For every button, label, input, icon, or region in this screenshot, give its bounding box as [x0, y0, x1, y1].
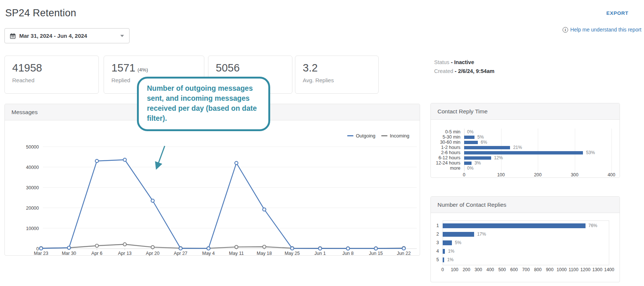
svg-text:Apr 20: Apr 20 — [146, 251, 160, 256]
help-link-label: Help me understand this report — [570, 27, 641, 33]
svg-text:May 18: May 18 — [257, 251, 272, 256]
axis-tick-label: 300 — [474, 267, 482, 272]
svg-text:Jun 22: Jun 22 — [397, 251, 411, 256]
axis-tick-label: 1300 — [592, 267, 602, 272]
created-line: Created - 2/6/24, 9:54am — [434, 67, 494, 76]
axis-tick-label: 1200 — [580, 267, 590, 272]
svg-text:Apr 13: Apr 13 — [118, 251, 132, 256]
stat-value: 41958 — [12, 62, 42, 74]
bar-value-label: 76% — [588, 222, 597, 230]
bar-value-label: 3% — [474, 160, 481, 166]
num-replies-panel-header: Number of Contact Replies — [431, 197, 620, 213]
axis-tick-label: 1100 — [568, 267, 578, 272]
bar[interactable] — [443, 223, 586, 228]
bar[interactable] — [464, 136, 474, 139]
svg-text:Jun 8: Jun 8 — [342, 251, 354, 256]
bar[interactable] — [464, 151, 583, 154]
bar-row: 12-24 hours3% — [431, 160, 620, 166]
bar-row: 5-30 min5% — [431, 134, 620, 140]
number-of-contact-replies-panel: Number of Contact Replies 176%217%35%41%… — [430, 196, 620, 282]
svg-text:Apr 6: Apr 6 — [91, 251, 103, 256]
bar-category-label: 30-60 min — [431, 140, 460, 145]
annotation-callout: Number of outgoing messages sent, and in… — [137, 77, 270, 131]
messages-plot-area: 01000020000300004000050000Mar 23Mar 30Ap… — [5, 120, 420, 256]
svg-text:May 4: May 4 — [202, 251, 215, 256]
svg-text:Mar 30: Mar 30 — [62, 251, 76, 256]
bar-category-label: more — [431, 166, 460, 171]
svg-text:30000: 30000 — [26, 185, 39, 190]
bar[interactable] — [443, 257, 444, 262]
messages-line-chart: 01000020000300004000050000Mar 23Mar 30Ap… — [5, 120, 420, 256]
svg-text:May 25: May 25 — [285, 251, 300, 256]
bar[interactable] — [464, 141, 478, 144]
reply-time-chart: 0-5 min0%5-30 min5%30-60 min6%1-2 hours2… — [431, 120, 620, 177]
axis-tick-label: 1000 — [557, 267, 567, 272]
axis-tick-label: 0 — [442, 267, 444, 272]
bar-value-label: 1% — [447, 256, 453, 264]
bar-row: 0-5 min0% — [431, 129, 620, 134]
stat-value: 1571 — [111, 62, 135, 74]
bar-row: 35% — [431, 239, 620, 247]
stat-card-avg-replies: 3.2 Avg. Replies — [295, 56, 379, 94]
svg-text:20000: 20000 — [26, 206, 39, 211]
svg-text:10000: 10000 — [26, 226, 39, 231]
bar-category-label: 5 — [431, 256, 439, 264]
stat-card-reached: 41958 Reached — [4, 56, 99, 94]
bar[interactable] — [464, 162, 472, 165]
axis-tick-label: 100 — [497, 172, 505, 177]
bar-row: 6-12 hours12% — [431, 155, 620, 160]
svg-text:50000: 50000 — [26, 144, 39, 150]
axis-tick-label: 300 — [571, 172, 578, 177]
status-label: Status — [434, 59, 449, 65]
bar[interactable] — [443, 232, 474, 237]
bar-row: 51% — [431, 256, 620, 264]
num-replies-chart: 176%217%35%41%51%01002003004005006007008… — [431, 213, 620, 282]
axis-tick-label: 400 — [486, 267, 494, 272]
help-link[interactable]: i Help me understand this report — [563, 27, 641, 33]
axis-tick-label: 700 — [522, 267, 530, 272]
bar-category-label: 1-2 hours — [431, 145, 460, 150]
date-range-picker[interactable]: Mar 31, 2024 - Jun 4, 2024 — [4, 28, 130, 43]
date-range-value: Mar 31, 2024 - Jun 4, 2024 — [19, 33, 87, 39]
bar-category-label: 12-24 hours — [431, 160, 460, 166]
panel-title: Messages — [11, 109, 38, 116]
bar-category-label: 6-12 hours — [431, 155, 460, 160]
bar-category-label: 5-30 min — [431, 134, 460, 140]
page-title: SP24 Retention — [5, 7, 76, 19]
bar-value-label: 21% — [513, 145, 522, 150]
bar-value-label: 0% — [467, 129, 473, 134]
stat-label: Reached — [12, 77, 91, 83]
axis-tick-label: 0 — [463, 172, 466, 177]
annotation-arrow-icon — [149, 144, 169, 176]
bar-value-label: 6% — [481, 140, 487, 145]
axis-tick-label: 1400 — [604, 267, 614, 272]
bar-category-label: 0-5 min — [431, 129, 460, 134]
axis-tick-label: 500 — [498, 267, 506, 272]
axis-tick-label: 400 — [608, 172, 616, 177]
bar[interactable] — [464, 146, 510, 149]
report-info: Status - Inactive Created - 2/6/24, 9:54… — [434, 58, 494, 76]
svg-text:Apr 27: Apr 27 — [174, 251, 187, 256]
created-value: 2/6/24, 9:54am — [458, 68, 494, 74]
bar[interactable] — [443, 240, 452, 245]
bar[interactable] — [464, 156, 491, 160]
axis-tick-label: 600 — [510, 267, 518, 272]
bar-value-label: 5% — [455, 239, 461, 247]
bar-row: 1-2 hours21% — [431, 145, 620, 150]
axis-tick-label: 100 — [451, 267, 459, 272]
calendar-icon — [10, 33, 16, 39]
axis-tick-label: 200 — [463, 267, 470, 272]
bar-value-label: 0% — [467, 166, 473, 171]
stat-value: 3.2 — [303, 62, 318, 74]
bar-value-label: 1% — [448, 247, 454, 256]
bar[interactable] — [443, 249, 445, 254]
info-icon: i — [563, 27, 568, 33]
panel-title: Contact Reply Time — [437, 108, 487, 115]
export-button[interactable]: EXPORT — [606, 10, 628, 16]
bar-row: 217% — [431, 230, 620, 239]
bar-value-label: 17% — [477, 230, 486, 239]
status-line: Status - Inactive — [434, 58, 494, 67]
bar-row: 2-6 hours53% — [431, 150, 620, 155]
bar-value-label: 5% — [477, 134, 484, 140]
contact-reply-time-panel: Contact Reply Time 0-5 min0%5-30 min5%30… — [430, 103, 620, 178]
